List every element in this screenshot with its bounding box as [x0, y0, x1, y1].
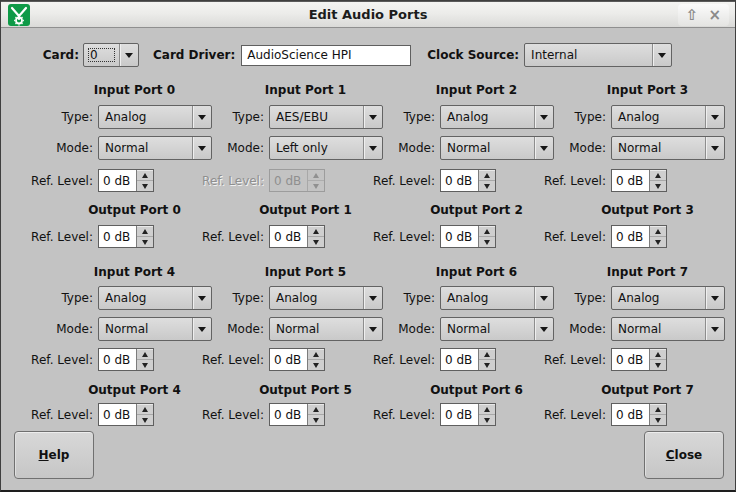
dropdown-arrow-icon[interactable] — [705, 287, 724, 309]
input-4-mode-select[interactable]: Normal — [98, 317, 212, 341]
output-4-ref-level-spinner[interactable]: 0 dB — [98, 403, 154, 426]
spin-down-icon[interactable] — [137, 181, 153, 191]
dropdown-arrow-icon[interactable] — [192, 287, 211, 309]
card-select[interactable]: 0 — [83, 43, 139, 67]
output-port-6: Output Port 6 Ref. Level: 0 dB — [383, 383, 554, 426]
spin-up-icon[interactable] — [308, 349, 324, 360]
help-button[interactable]: Help — [14, 431, 94, 479]
spin-down-icon[interactable] — [650, 237, 666, 247]
titlebar[interactable]: Edit Audio Ports ⇧ × — [1, 1, 735, 28]
spin-up-icon[interactable] — [650, 349, 666, 360]
spin-up-icon[interactable] — [650, 226, 666, 237]
input-0-mode-select[interactable]: Normal — [98, 136, 212, 160]
spin-down-icon[interactable] — [479, 360, 495, 370]
dropdown-arrow-icon[interactable] — [534, 137, 553, 159]
spin-down-icon[interactable] — [479, 181, 495, 191]
spin-down-icon[interactable] — [650, 181, 666, 191]
dropdown-arrow-icon[interactable] — [363, 287, 382, 309]
edit-audio-ports-dialog: Edit Audio Ports ⇧ × Card: 0 Card Driver… — [0, 0, 736, 492]
input-0-ref-level-spinner[interactable]: 0 dB — [98, 169, 154, 192]
dropdown-arrow-icon[interactable] — [192, 318, 211, 340]
spin-down-icon[interactable] — [650, 415, 666, 425]
spin-up-icon[interactable] — [479, 404, 495, 415]
spin-up-icon[interactable] — [137, 349, 153, 360]
output-7-ref-level-spinner[interactable]: 0 dB — [611, 403, 667, 426]
input-1-type-select[interactable]: AES/EBU — [269, 105, 383, 129]
shade-icon[interactable]: ⇧ — [686, 5, 699, 25]
spin-up-icon[interactable] — [137, 226, 153, 237]
input-6-mode-select[interactable]: Normal — [440, 317, 554, 341]
dropdown-arrow-icon[interactable] — [705, 106, 724, 128]
ref-level-row: Ref. Level: 0 dB — [212, 225, 383, 248]
dropdown-arrow-icon[interactable] — [652, 44, 671, 66]
spin-up-icon[interactable] — [308, 226, 324, 237]
spin-down-icon[interactable] — [308, 237, 324, 247]
input-4-type-select[interactable]: Analog — [98, 286, 212, 310]
input-5-type-select[interactable]: Analog — [269, 286, 383, 310]
dropdown-arrow-icon[interactable] — [534, 287, 553, 309]
dropdown-arrow-icon[interactable] — [192, 106, 211, 128]
close-button[interactable]: Close — [644, 431, 724, 479]
mode-label: Mode: — [56, 322, 93, 336]
spin-up-icon[interactable] — [650, 404, 666, 415]
output-2-ref-level-spinner[interactable]: 0 dB — [440, 225, 496, 248]
spin-up-icon[interactable] — [137, 170, 153, 181]
input-6-type-select[interactable]: Analog — [440, 286, 554, 310]
mode-label: Mode: — [569, 322, 606, 336]
spinner-arrows — [479, 170, 495, 191]
output-3-ref-level-spinner[interactable]: 0 dB — [611, 225, 667, 248]
dropdown-arrow-icon[interactable] — [363, 137, 382, 159]
dropdown-arrow-icon[interactable] — [363, 318, 382, 340]
type-label: Type: — [574, 110, 606, 124]
output-5-ref-level-spinner[interactable]: 0 dB — [269, 403, 325, 426]
input-5-mode-select[interactable]: Normal — [269, 317, 383, 341]
input-7-mode-select[interactable]: Normal — [611, 317, 725, 341]
spin-down-icon[interactable] — [479, 415, 495, 425]
input-6-ref-level-spinner[interactable]: 0 dB — [440, 348, 496, 371]
mode-label: Mode: — [227, 322, 264, 336]
dropdown-arrow-icon[interactable] — [119, 44, 138, 66]
output-1-ref-level-spinner[interactable]: 0 dB — [269, 225, 325, 248]
spin-up-icon[interactable] — [479, 349, 495, 360]
input-2-ref-level-spinner[interactable]: 0 dB — [440, 169, 496, 192]
input-port-3: Input Port 3 Type: Analog Mode: Normal R… — [554, 83, 725, 192]
spin-down-icon[interactable] — [137, 360, 153, 370]
spin-up-icon[interactable] — [137, 404, 153, 415]
output-6-ref-level-spinner[interactable]: 0 dB — [440, 403, 496, 426]
spin-down-icon[interactable] — [137, 415, 153, 425]
dropdown-arrow-icon[interactable] — [705, 137, 724, 159]
card-driver-field[interactable]: AudioScience HPI — [241, 45, 411, 66]
spin-down-icon[interactable] — [308, 415, 324, 425]
spin-up-icon[interactable] — [308, 404, 324, 415]
input-0-type-select[interactable]: Analog — [98, 105, 212, 129]
input-port-6: Input Port 6 Type: Analog Mode: Normal R… — [383, 265, 554, 371]
input-2-type-select[interactable]: Analog — [440, 105, 554, 129]
dropdown-arrow-icon[interactable] — [363, 106, 382, 128]
spin-up-icon[interactable] — [650, 170, 666, 181]
spin-down-icon[interactable] — [650, 360, 666, 370]
input-1-mode-select[interactable]: Left only — [269, 136, 383, 160]
close-icon[interactable]: × — [708, 5, 721, 25]
dropdown-arrow-icon[interactable] — [705, 318, 724, 340]
dropdown-arrow-icon[interactable] — [192, 137, 211, 159]
output-0-ref-level-spinner[interactable]: 0 dB — [98, 225, 154, 248]
spin-down-icon[interactable] — [479, 237, 495, 247]
spin-down-icon[interactable] — [308, 360, 324, 370]
mode-row: Mode: Left only — [212, 136, 383, 160]
dropdown-arrow-icon[interactable] — [534, 106, 553, 128]
input-3-ref-level-spinner[interactable]: 0 dB — [611, 169, 667, 192]
input-7-ref-level-spinner[interactable]: 0 dB — [611, 348, 667, 371]
input-7-type-select[interactable]: Analog — [611, 286, 725, 310]
spin-up-icon[interactable] — [479, 170, 495, 181]
input-4-ref-level-spinner[interactable]: 0 dB — [98, 348, 154, 371]
spin-down-icon[interactable] — [137, 237, 153, 247]
input-5-ref-level-spinner[interactable]: 0 dB — [269, 348, 325, 371]
ref-level-label: Ref. Level: — [373, 230, 435, 244]
clock-source-select[interactable]: Internal — [524, 43, 672, 67]
spin-up-icon[interactable] — [479, 226, 495, 237]
input-3-type-select[interactable]: Analog — [611, 105, 725, 129]
dropdown-arrow-icon[interactable] — [534, 318, 553, 340]
input-3-mode-select[interactable]: Normal — [611, 136, 725, 160]
input-2-mode-select[interactable]: Normal — [440, 136, 554, 160]
port-title: Output Port 5 — [212, 383, 383, 397]
